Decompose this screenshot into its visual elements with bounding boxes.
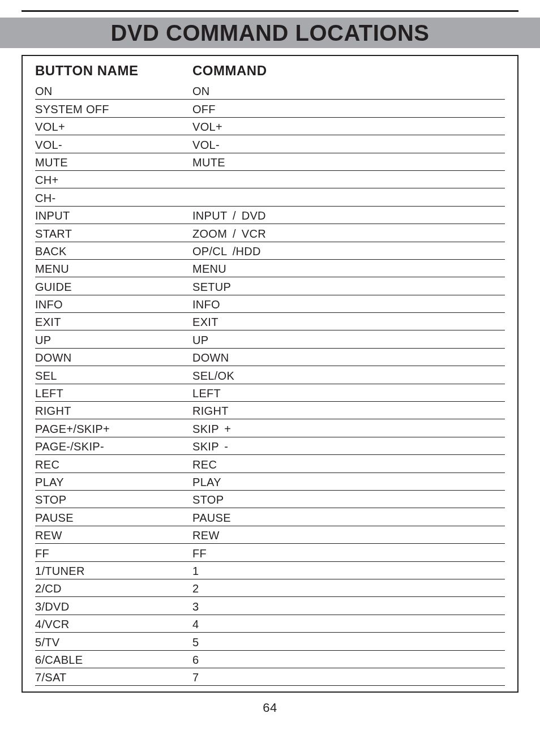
table-row: MUTEMUTE — [35, 153, 505, 171]
table-row: RECREC — [35, 455, 505, 472]
table-row: VOL-VOL- — [35, 135, 505, 153]
table-row: SYSTEM OFFOFF — [35, 100, 505, 117]
table-row: 6/CABLE6 — [35, 651, 505, 668]
cell-button-name: REW — [35, 529, 192, 543]
cell-command: 5 — [192, 636, 199, 650]
cell-button-name: 5/TV — [35, 636, 192, 650]
column-header-command: COMMAND — [192, 63, 267, 79]
table-row: MENUMENU — [35, 260, 505, 277]
cell-button-name: 2/CD — [35, 582, 192, 596]
table-row: STARTZOOM / VCR — [35, 224, 505, 242]
cell-command: OFF — [192, 103, 216, 117]
cell-button-name: 3/DVD — [35, 600, 192, 615]
cell-button-name: INFO — [35, 298, 192, 312]
cell-command: INFO — [192, 298, 220, 312]
page: DVD COMMAND LOCATIONS BUTTON NAME COMMAN… — [0, 0, 540, 756]
cell-command: 4 — [192, 618, 199, 632]
table-row: INPUTINPUT / DVD — [35, 207, 505, 224]
cell-command: MUTE — [192, 156, 225, 170]
table-row: 2/CD2 — [35, 579, 505, 597]
cell-command: 3 — [192, 600, 199, 615]
cell-command: DOWN — [192, 351, 229, 366]
cell-button-name: PAGE-/SKIP- — [35, 440, 192, 454]
cell-button-name: UP — [35, 334, 192, 348]
table-row: REWREW — [35, 526, 505, 544]
cell-button-name: START — [35, 227, 192, 242]
cell-button-name: RIGHT — [35, 405, 192, 419]
cell-command: VOL+ — [192, 121, 222, 135]
table-body: ONONSYSTEM OFFOFFVOL+VOL+VOL-VOL-MUTEMUT… — [35, 82, 505, 686]
cell-command: 6 — [192, 654, 199, 668]
cell-button-name: REC — [35, 458, 192, 472]
cell-command: SETUP — [192, 281, 231, 295]
page-number: 64 — [0, 701, 540, 715]
table-row: PAUSEPAUSE — [35, 508, 505, 526]
cell-command: MENU — [192, 263, 226, 277]
table-row: CH+ — [35, 171, 505, 188]
table-row: VOL+VOL+ — [35, 118, 505, 135]
top-horizontal-rule — [22, 10, 518, 12]
cell-button-name: CH+ — [35, 174, 192, 188]
table-row: LEFTLEFT — [35, 384, 505, 402]
cell-command: 7 — [192, 671, 199, 685]
cell-command: SEL/OK — [192, 370, 234, 384]
cell-button-name: INPUT — [35, 209, 192, 224]
cell-button-name: MUTE — [35, 156, 192, 170]
table-row: PAGE-/SKIP-SKIP - — [35, 437, 505, 455]
cell-button-name: GUIDE — [35, 281, 192, 295]
table-row: 7/SAT7 — [35, 668, 505, 686]
table-row: EXITEXIT — [35, 313, 505, 330]
cell-button-name: MENU — [35, 263, 192, 277]
column-headers: BUTTON NAME COMMAND — [35, 63, 505, 79]
cell-button-name: FF — [35, 547, 192, 561]
cell-button-name: LEFT — [35, 387, 192, 401]
cell-button-name: SEL — [35, 370, 192, 384]
cell-command: FF — [192, 547, 207, 561]
column-header-button-name: BUTTON NAME — [35, 63, 192, 79]
table-row: BACKOP/CL /HDD — [35, 242, 505, 260]
cell-button-name: 6/CABLE — [35, 654, 192, 668]
cell-command: RIGHT — [192, 405, 229, 419]
table-row: 1/TUNER1 — [35, 562, 505, 579]
table-row: GUIDESETUP — [35, 277, 505, 295]
cell-button-name: PLAY — [35, 476, 192, 490]
cell-command: SKIP + — [192, 423, 231, 437]
cell-command: SKIP - — [192, 440, 228, 454]
cell-command: UP — [192, 334, 208, 348]
cell-button-name: VOL+ — [35, 121, 192, 135]
cell-button-name: 7/SAT — [35, 671, 192, 685]
cell-button-name: EXIT — [35, 316, 192, 330]
table-row: INFOINFO — [35, 295, 505, 313]
cell-button-name: SYSTEM OFF — [35, 103, 192, 117]
title-band: DVD COMMAND LOCATIONS — [0, 18, 540, 48]
cell-command: ON — [192, 85, 210, 99]
cell-button-name: 1/TUNER — [35, 565, 192, 579]
table-row: 3/DVD3 — [35, 597, 505, 615]
table-row: RIGHTRIGHT — [35, 402, 505, 419]
cell-command: 1 — [192, 565, 199, 579]
cell-button-name: CH- — [35, 192, 192, 206]
cell-command: PLAY — [192, 476, 221, 490]
table-row: STOPSTOP — [35, 491, 505, 508]
table-row: PLAYPLAY — [35, 473, 505, 491]
cell-button-name: PAUSE — [35, 512, 192, 526]
cell-button-name: STOP — [35, 493, 192, 508]
table-row: ONON — [35, 82, 505, 100]
cell-command: 2 — [192, 582, 199, 596]
cell-command: ZOOM / VCR — [192, 227, 266, 242]
page-title: DVD COMMAND LOCATIONS — [110, 20, 429, 46]
table-row: DOWNDOWN — [35, 349, 505, 366]
cell-button-name: VOL- — [35, 139, 192, 153]
cell-command: LEFT — [192, 387, 221, 401]
table-row: SELSEL/OK — [35, 366, 505, 384]
cell-command: INPUT / DVD — [192, 209, 266, 224]
table-row: CH- — [35, 188, 505, 206]
cell-button-name: PAGE+/SKIP+ — [35, 423, 192, 437]
cell-command: VOL- — [192, 139, 220, 153]
cell-command: STOP — [192, 493, 224, 508]
cell-command: REC — [192, 458, 217, 472]
cell-command: EXIT — [192, 316, 218, 330]
table-row: FFFF — [35, 544, 505, 561]
cell-command: REW — [192, 529, 220, 543]
cell-button-name: DOWN — [35, 351, 192, 366]
